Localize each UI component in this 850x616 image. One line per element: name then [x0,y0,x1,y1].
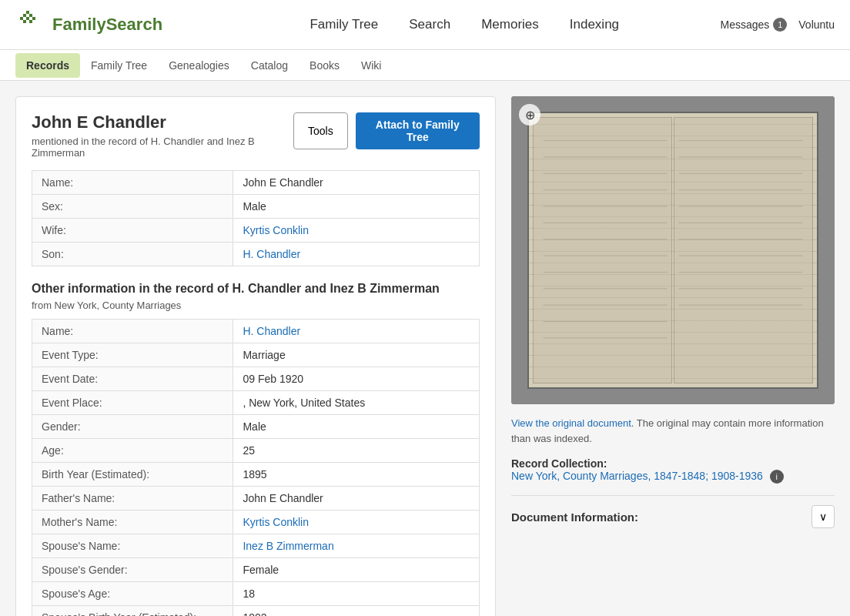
nav-genealogies[interactable]: Genealogies [158,53,240,78]
right-panel: ⊕ [511,96,835,616]
field-label: Birth Year (Estimated): [32,463,233,487]
main-nav: Family Tree Search Memories Indexing [209,13,720,36]
zoom-icon[interactable]: ⊕ [519,104,540,126]
field-label: Wife: [32,219,233,243]
field-label: Spouse's Name: [32,534,233,558]
nav-wiki[interactable]: Wiki [350,53,392,78]
messages-label: Messages [720,18,769,31]
doc-info-label: Document Information: [511,511,638,524]
table-row: Spouse's Birth Year (Estimated):1902 [32,606,480,617]
svg-rect-1 [23,14,26,17]
nav-search[interactable]: Search [409,13,450,36]
field-value: 1895 [233,463,480,487]
person-header: John E Chandler mentioned in the record … [32,112,480,159]
field-value-link[interactable]: H. Chandler [233,320,480,343]
other-record-subtitle: from New York, County Marriages [32,300,480,311]
top-navigation: FamilySearch Family Tree Search Memories… [0,0,850,50]
table-row: Name:H. Chandler [32,320,480,343]
document-image-container: ⊕ [511,96,835,404]
field-label: Gender: [32,415,233,439]
field-value: Male [233,415,480,439]
table-row: Gender:Male [32,415,480,439]
info-icon[interactable]: i [770,470,784,484]
other-record-title: Other information in the record of H. Ch… [32,282,480,296]
doc-marks [529,113,817,387]
field-value: John E Chandler [233,487,480,511]
table-row: Name: John E Chandler [32,171,480,195]
field-value-link[interactable]: H. Chandler [233,243,480,266]
nav-family-tree-sub[interactable]: Family Tree [80,53,158,78]
nav-family-tree[interactable]: Family Tree [310,13,378,36]
field-label: Sex: [32,195,233,219]
svg-rect-7 [29,20,32,23]
view-original-link[interactable]: View the original document [511,417,631,429]
table-row: Event Type:Marriage [32,343,480,367]
field-label: Spouse's Age: [32,582,233,606]
field-label: Spouse's Gender: [32,558,233,582]
table-row: Event Place:, New York, United States [32,391,480,415]
volunteer-text: Voluntu [798,18,835,31]
table-row: Spouse's Gender:Female [32,558,480,582]
svg-rect-4 [26,17,29,20]
table-row: Spouse's Name:Inez B Zimmerman [32,534,480,558]
collection-label: Record Collection: [511,457,607,470]
secondary-table: Name:H. ChandlerEvent Type:MarriageEvent… [32,319,480,616]
field-value-link[interactable]: Kyrtis Conklin [233,511,480,534]
document-image [511,96,835,404]
table-row: Wife: Kyrtis Conklin [32,219,480,243]
logo-text: FamilySearch [52,15,162,35]
field-label: Name: [32,171,233,195]
field-value-link[interactable]: Kyrtis Conklin [233,219,480,243]
collection-link[interactable]: New York, County Marriages, 1847-1848; 1… [511,470,763,482]
field-label: Event Place: [32,391,233,415]
attach-button[interactable]: Attach to Family Tree [356,112,480,149]
messages-count: 1 [773,18,787,32]
field-value: Marriage [233,343,480,367]
document-inner [527,112,818,389]
table-row: Mother's Name:Kyrtis Conklin [32,511,480,534]
expand-button[interactable]: ∨ [812,505,835,528]
field-value: , New York, United States [233,391,480,415]
field-label: Mother's Name: [32,511,233,534]
field-label: Event Type: [32,343,233,367]
svg-rect-0 [26,11,29,14]
table-row: Sex: Male [32,195,480,219]
svg-rect-5 [32,17,35,20]
nav-memories[interactable]: Memories [481,13,539,36]
main-content: John E Chandler mentioned in the record … [0,81,850,616]
field-value-link[interactable]: Inez B Zimmerman [233,534,480,558]
primary-table: Name: John E Chandler Sex: Male Wife: Ky… [32,170,480,266]
nav-books[interactable]: Books [299,53,350,78]
field-value: 18 [233,582,480,606]
table-row: Son: H. Chandler [32,243,480,266]
logo-icon [15,9,46,40]
field-label: Age: [32,439,233,463]
field-value: John E Chandler [233,171,480,195]
field-label: Name: [32,320,233,343]
field-value: 1902 [233,606,480,617]
top-right-area: Messages 1 Voluntu [720,18,835,32]
document-info: Document Information: ∨ [511,495,835,537]
table-row: Spouse's Age:18 [32,582,480,606]
tools-button[interactable]: Tools [293,112,348,149]
left-panel: John E Chandler mentioned in the record … [15,96,496,616]
svg-rect-6 [23,20,26,23]
field-value: 25 [233,439,480,463]
logo[interactable]: FamilySearch [15,9,162,40]
secondary-navigation: Records Family Tree Genealogies Catalog … [0,50,850,81]
person-name: John E Chandler [32,112,293,132]
svg-rect-2 [29,14,32,17]
messages-area[interactable]: Messages 1 [720,18,787,32]
table-row: Father's Name:John E Chandler [32,487,480,511]
field-label: Event Date: [32,367,233,391]
field-value: 09 Feb 1920 [233,367,480,391]
table-row: Age:25 [32,439,480,463]
nav-records[interactable]: Records [15,53,80,78]
table-row: Birth Year (Estimated):1895 [32,463,480,487]
field-label: Father's Name: [32,487,233,511]
nav-indexing[interactable]: Indexing [570,13,619,36]
svg-rect-3 [20,17,23,20]
table-row: Event Date:09 Feb 1920 [32,367,480,391]
nav-catalog[interactable]: Catalog [240,53,299,78]
action-buttons: Tools Attach to Family Tree [293,112,480,149]
